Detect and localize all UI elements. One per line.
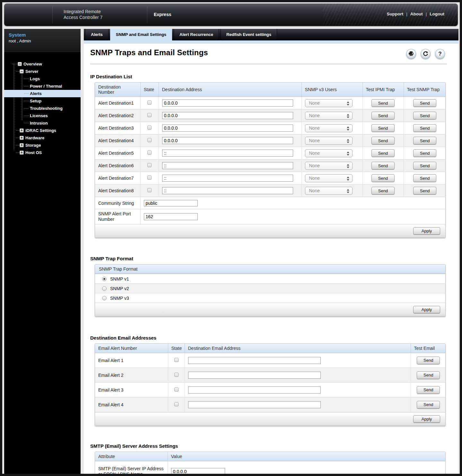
- sidebar-tree-item[interactable]: Alerts: [4, 90, 81, 97]
- header-link[interactable]: About: [410, 12, 423, 16]
- test-snmp-trap-send-button[interactable]: Send: [413, 112, 436, 119]
- state-checkbox[interactable]: [174, 387, 179, 392]
- state-checkbox[interactable]: [174, 358, 179, 362]
- tab[interactable]: Alerts: [85, 29, 109, 40]
- test-ipmi-trap-send-button[interactable]: Send: [371, 112, 395, 119]
- email-apply-button[interactable]: Apply: [413, 415, 440, 423]
- destination-address-input[interactable]: [162, 137, 293, 144]
- test-email-send-button[interactable]: Send: [417, 386, 440, 394]
- test-snmp-trap-send-button[interactable]: Send: [413, 187, 436, 195]
- snmp-v3-user-select[interactable]: None: [305, 124, 353, 132]
- snmp-v3-user-select[interactable]: None: [305, 99, 353, 107]
- state-checkbox[interactable]: [147, 176, 152, 180]
- state-checkbox[interactable]: [147, 113, 152, 117]
- tree-toggle-icon[interactable]: −: [18, 62, 22, 66]
- col-destination-address: Destination Address: [159, 82, 301, 97]
- radio-button[interactable]: [102, 277, 107, 281]
- snmp-v3-user-select[interactable]: None: [305, 162, 353, 170]
- sidebar-tree-item[interactable]: Troubleshooting: [4, 105, 81, 112]
- snmp-v3-user-select[interactable]: None: [305, 149, 353, 157]
- sidebar-tree-item[interactable]: + Storage: [4, 142, 81, 149]
- snmp-v3-user-select[interactable]: None: [305, 174, 353, 182]
- col-email-alert-number: Email Alert Number: [95, 344, 168, 353]
- tab-bar: Alerts SNMP and Email Settings Alert Rec…: [84, 29, 458, 40]
- state-checkbox[interactable]: [147, 188, 152, 192]
- help-icon[interactable]: ?: [435, 49, 445, 59]
- ip-destination-panel: Destination Number State Destination Add…: [95, 82, 446, 238]
- radio-button[interactable]: [102, 296, 107, 300]
- sidebar-tree-item[interactable]: Intrusion: [4, 119, 81, 127]
- tab[interactable]: SNMP and Email Settings: [110, 29, 172, 40]
- sidebar-tree-item[interactable]: Logs: [4, 75, 81, 82]
- email-alert-number-cell: Email Alert 1: [95, 353, 168, 368]
- state-checkbox[interactable]: [147, 125, 152, 130]
- smtp-settings-heading: SMTP (Email) Server Address Settings: [90, 443, 447, 449]
- ip-apply-button[interactable]: Apply: [413, 227, 440, 235]
- tree-toggle-icon[interactable]: +: [20, 136, 24, 140]
- test-email-send-button[interactable]: Send: [417, 371, 440, 379]
- snmp-trap-format-heading: SNMP Trap Format: [90, 256, 447, 261]
- test-snmp-trap-send-button[interactable]: Send: [413, 124, 436, 132]
- smtp-server-input[interactable]: [171, 468, 225, 474]
- sidebar-tree-item[interactable]: Licenses: [4, 112, 81, 119]
- snmp-v3-user-select[interactable]: None: [305, 187, 353, 195]
- destination-email-input[interactable]: [188, 372, 321, 379]
- state-checkbox[interactable]: [147, 138, 152, 142]
- table-header-row: Attribute Value: [95, 452, 446, 461]
- snmp-v3-user-select[interactable]: None: [305, 112, 353, 120]
- destination-address-input[interactable]: [162, 100, 293, 107]
- test-ipmi-trap-send-button[interactable]: Send: [371, 174, 395, 182]
- sidebar-tree-item[interactable]: − Overview: [4, 60, 81, 68]
- test-ipmi-trap-send-button[interactable]: Send: [371, 137, 395, 144]
- refresh-icon[interactable]: [421, 49, 431, 59]
- test-snmp-trap-send-button[interactable]: Send: [413, 149, 436, 157]
- test-snmp-trap-send-button[interactable]: Send: [413, 99, 436, 107]
- community-string-input[interactable]: [144, 200, 198, 206]
- tree-branch-line: [16, 145, 20, 145]
- destination-address-input[interactable]: [162, 175, 293, 182]
- snmp-v3-user-select[interactable]: None: [305, 137, 353, 145]
- state-checkbox[interactable]: [147, 151, 152, 155]
- destination-address-input[interactable]: [162, 125, 293, 132]
- tree-toggle-icon[interactable]: −: [20, 69, 24, 74]
- test-snmp-trap-send-button[interactable]: Send: [413, 174, 436, 182]
- tree-toggle-icon[interactable]: +: [20, 143, 24, 147]
- tree-toggle-icon[interactable]: +: [20, 128, 24, 133]
- sidebar-tree-item[interactable]: Power / Thermal: [4, 82, 81, 90]
- tab[interactable]: Redfish Event settings: [221, 29, 277, 40]
- destination-email-input[interactable]: [188, 386, 321, 394]
- destination-address-input[interactable]: [162, 112, 293, 119]
- header-link[interactable]: Support: [387, 12, 404, 16]
- test-ipmi-trap-send-button[interactable]: Send: [371, 187, 395, 195]
- tab[interactable]: Alert Recurrence: [174, 29, 219, 40]
- test-ipmi-trap-send-button[interactable]: Send: [371, 99, 395, 107]
- sidebar-tree-item[interactable]: + iDRAC Settings: [4, 127, 81, 134]
- radio-button[interactable]: [102, 286, 107, 291]
- sidebar-tree-item[interactable]: − Server: [4, 68, 81, 75]
- destination-email-table: Email Alert Number State Destination Ema…: [95, 344, 446, 412]
- destination-address-input[interactable]: [162, 162, 293, 169]
- destination-email-input[interactable]: [188, 401, 321, 408]
- state-checkbox[interactable]: [174, 402, 179, 406]
- state-checkbox[interactable]: [147, 163, 152, 167]
- tree-toggle-icon[interactable]: +: [20, 151, 24, 155]
- printer-icon[interactable]: [406, 49, 416, 59]
- snmp-alert-port-input[interactable]: [144, 213, 198, 220]
- test-snmp-trap-send-button[interactable]: Send: [413, 162, 436, 169]
- format-apply-button[interactable]: Apply: [413, 306, 440, 313]
- destination-address-input[interactable]: [162, 150, 293, 157]
- header-link[interactable]: Logout: [430, 12, 444, 16]
- test-email-send-button[interactable]: Send: [417, 401, 440, 409]
- destination-address-input[interactable]: [162, 187, 293, 194]
- state-checkbox[interactable]: [147, 100, 152, 105]
- test-ipmi-trap-send-button[interactable]: Send: [371, 149, 395, 157]
- state-checkbox[interactable]: [174, 373, 179, 377]
- test-snmp-trap-send-button[interactable]: Send: [413, 137, 436, 144]
- test-email-send-button[interactable]: Send: [417, 357, 440, 364]
- sidebar-tree-item[interactable]: + Hardware: [4, 134, 81, 142]
- destination-email-input[interactable]: [188, 357, 321, 364]
- sidebar-tree-item[interactable]: Setup: [4, 97, 81, 105]
- test-ipmi-trap-send-button[interactable]: Send: [371, 124, 395, 132]
- test-ipmi-trap-send-button[interactable]: Send: [371, 162, 395, 169]
- sidebar-tree-item[interactable]: + Host OS: [4, 149, 81, 156]
